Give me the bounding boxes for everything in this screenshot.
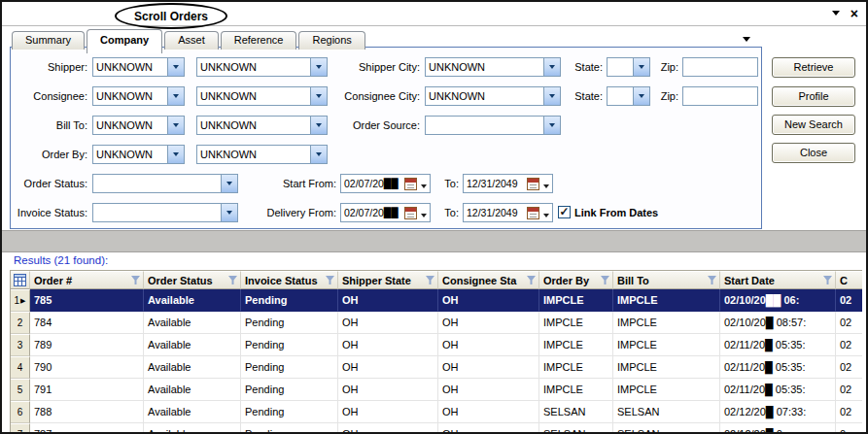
shipper-zip-input[interactable] [682,57,758,77]
tab-regions[interactable]: Regions [298,31,365,50]
col-header-c[interactable]: C [836,271,862,289]
cell-order-no: 791 [30,379,144,401]
close-icon[interactable]: × [851,8,858,19]
close-button[interactable]: Close [772,143,855,163]
col-header-consignee-state[interactable]: Consignee Sta [438,271,539,289]
start-to-date[interactable]: 12/31/2049 [463,174,553,193]
table-row[interactable]: 4 790 Available Pending OH OH IMPCLE IMP… [11,356,862,379]
tab-company[interactable]: Company [87,29,162,53]
chevron-down-icon[interactable] [540,206,552,220]
col-header-order-status[interactable]: Order Status [144,271,241,289]
bill-to-name-value: UNKNOWN [197,117,310,134]
filter-icon[interactable] [426,276,434,284]
filter-icon[interactable] [326,276,334,284]
shipper-name-combo[interactable]: UNKNOWN [196,57,328,77]
link-from-dates-checkbox[interactable]: ✓ [558,206,571,218]
order-by-code-combo[interactable]: UNKNOWN [92,145,185,164]
chevron-down-icon[interactable] [167,87,184,105]
tab-reference[interactable]: Reference [221,31,297,50]
invoice-status-combo[interactable] [92,203,238,222]
calendar-icon[interactable] [404,178,417,190]
pin-arrow-icon[interactable] [832,11,840,19]
consignee-name-combo[interactable]: UNKNOWN [196,86,328,106]
chevron-down-icon[interactable] [633,58,649,76]
order-by-name-combo[interactable]: UNKNOWN [196,145,328,164]
invoice-status-value [93,204,221,221]
chevron-down-icon[interactable] [540,177,552,191]
retrieve-button[interactable]: Retrieve [772,57,855,78]
chevron-down-icon[interactable] [310,117,327,134]
table-row[interactable]: 3 789 Available Pending OH OH IMPCLE IMP… [11,334,862,356]
order-source-combo[interactable] [425,116,561,135]
delivery-to-date[interactable]: 12/31/2049 [463,203,553,222]
row-gutter[interactable]: 1▶ [11,289,30,312]
bill-to-name-combo[interactable]: UNKNOWN [196,116,328,135]
chevron-down-icon[interactable] [310,87,327,105]
cell-c: 02 [836,312,862,334]
chevron-down-icon[interactable] [543,87,560,105]
shipper-code-combo[interactable]: UNKNOWN [92,57,185,77]
consignee-code-combo[interactable]: UNKNOWN [92,86,185,106]
col-header-shipper-state[interactable]: Shipper State [338,271,438,289]
tab-overflow-icon[interactable] [743,37,750,46]
shipper-city-combo[interactable]: UNKNOWN [425,57,561,77]
chevron-down-icon[interactable] [167,146,184,163]
table-row[interactable]: 6 788 Available Pending OH OH SELSAN SEL… [11,401,862,423]
filter-icon[interactable] [708,276,716,284]
col-header-order-by[interactable]: Order By [539,271,613,289]
title-bar-controls: × [832,7,858,19]
chevron-down-icon[interactable] [310,146,327,163]
new-search-button[interactable]: New Search [772,115,855,135]
calendar-icon[interactable] [404,207,417,219]
row-gutter[interactable]: 2 [11,312,30,334]
chevron-down-icon[interactable] [543,117,560,134]
col-header-bill-to[interactable]: Bill To [613,271,720,289]
col-header-invoice-status[interactable]: Invoice Status [241,271,338,289]
table-row[interactable]: 5 791 Available Pending OH OH IMPCLE IMP… [11,379,862,401]
chevron-down-icon[interactable] [167,117,184,134]
cell-order-status: Available [144,334,241,356]
row-gutter[interactable]: 5 [11,379,30,401]
chevron-down-icon[interactable] [221,175,237,192]
start-from-date[interactable]: 02/07/20██ [340,174,431,193]
calendar-icon[interactable] [527,207,539,219]
col-header-start-date[interactable]: Start Date [720,271,836,289]
shipper-code-value: UNKNOWN [93,58,167,76]
row-gutter[interactable]: 7 [11,423,30,432]
chevron-down-icon[interactable] [418,177,430,191]
consignee-city-combo[interactable]: UNKNOWN [425,86,561,106]
bill-to-code-combo[interactable]: UNKNOWN [92,116,185,135]
table-row[interactable]: 2 784 Available Pending OH OH IMPCLE IMP… [11,312,862,334]
chevron-down-icon[interactable] [310,58,327,76]
filter-icon[interactable] [527,276,536,284]
row-gutter[interactable]: 3 [11,334,30,356]
filter-icon[interactable] [228,276,237,284]
tab-summary[interactable]: Summary [12,31,85,50]
chevron-down-icon[interactable] [543,58,560,76]
calendar-icon[interactable] [527,178,539,190]
order-status-combo[interactable] [92,174,238,193]
row-gutter[interactable]: 6 [11,401,30,423]
shipper-state-combo[interactable] [607,57,650,77]
chevron-down-icon[interactable] [633,87,649,105]
consignee-zip-input[interactable] [682,86,758,106]
filter-icon[interactable] [131,276,140,284]
cell-start-date: 02/10/20██ 06: [720,289,836,312]
tab-asset[interactable]: Asset [164,31,219,50]
col-header-order-no[interactable]: Order # [30,271,144,289]
cell-consignee-state: OH [438,334,539,356]
filter-icon[interactable] [823,276,832,284]
consignee-state-combo[interactable] [607,86,650,106]
table-row[interactable]: 7 787 Available Pending OH OH SELSAN SEL… [11,423,862,432]
window-title: Scroll Orders [134,10,208,23]
cell-invoice-status: Pending [241,379,338,401]
filter-icon[interactable] [601,276,609,284]
chevron-down-icon[interactable] [167,58,184,76]
row-gutter[interactable]: 4 [11,356,30,379]
chevron-down-icon[interactable] [418,206,430,220]
table-row[interactable]: 1▶ 785 Available Pending OH OH IMPCLE IM… [11,289,862,312]
select-all-cell[interactable] [11,271,30,289]
chevron-down-icon[interactable] [221,204,237,221]
profile-button[interactable]: Profile [772,86,855,107]
delivery-from-date[interactable]: 02/07/20██ [340,203,431,222]
